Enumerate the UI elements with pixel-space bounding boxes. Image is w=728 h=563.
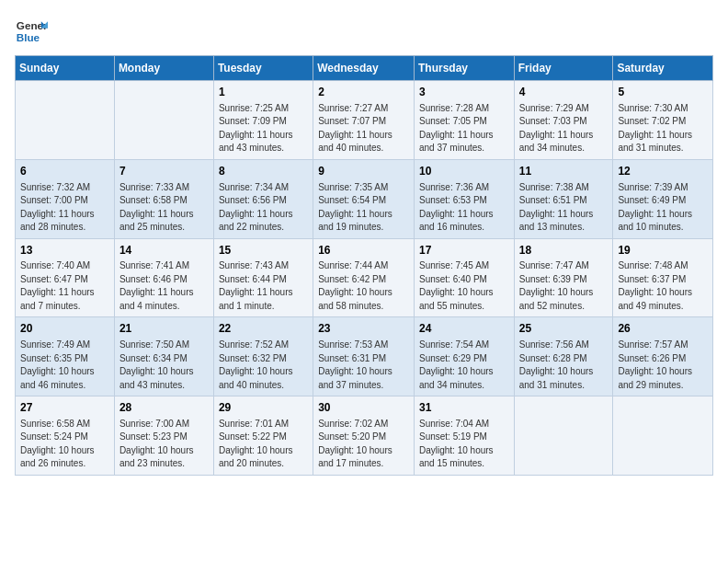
day-cell: 9Sunrise: 7:35 AM Sunset: 6:54 PM Daylig… bbox=[313, 159, 415, 238]
logo-icon: General Blue bbox=[15, 15, 48, 48]
day-info: Sunrise: 7:38 AM Sunset: 6:51 PM Dayligh… bbox=[519, 181, 609, 235]
day-info: Sunrise: 7:54 AM Sunset: 6:29 PM Dayligh… bbox=[419, 339, 509, 392]
day-cell: 2Sunrise: 7:27 AM Sunset: 7:07 PM Daylig… bbox=[313, 81, 415, 160]
day-cell: 1Sunrise: 7:25 AM Sunset: 7:09 PM Daylig… bbox=[213, 81, 313, 160]
day-info: Sunrise: 7:01 AM Sunset: 5:22 PM Dayligh… bbox=[219, 418, 308, 471]
day-cell: 18Sunrise: 7:47 AM Sunset: 6:39 PM Dayli… bbox=[514, 238, 613, 317]
day-info: Sunrise: 7:34 AM Sunset: 6:56 PM Dayligh… bbox=[219, 181, 308, 235]
day-info: Sunrise: 7:00 AM Sunset: 5:23 PM Dayligh… bbox=[119, 418, 209, 471]
day-cell: 15Sunrise: 7:43 AM Sunset: 6:44 PM Dayli… bbox=[213, 238, 313, 317]
day-cell: 6Sunrise: 7:32 AM Sunset: 7:00 PM Daylig… bbox=[16, 159, 115, 238]
day-cell: 4Sunrise: 7:29 AM Sunset: 7:03 PM Daylig… bbox=[514, 81, 613, 160]
day-number: 23 bbox=[318, 321, 409, 337]
day-info: Sunrise: 7:33 AM Sunset: 6:58 PM Dayligh… bbox=[119, 181, 209, 235]
day-info: Sunrise: 7:29 AM Sunset: 7:03 PM Dayligh… bbox=[519, 102, 609, 155]
day-info: Sunrise: 7:35 AM Sunset: 6:54 PM Dayligh… bbox=[318, 181, 409, 235]
day-cell: 17Sunrise: 7:45 AM Sunset: 6:40 PM Dayli… bbox=[414, 238, 514, 317]
day-number: 21 bbox=[119, 321, 209, 337]
day-cell: 3Sunrise: 7:28 AM Sunset: 7:05 PM Daylig… bbox=[414, 81, 514, 160]
day-cell: 26Sunrise: 7:57 AM Sunset: 6:26 PM Dayli… bbox=[613, 317, 713, 396]
day-number: 10 bbox=[419, 164, 509, 179]
day-cell: 30Sunrise: 7:02 AM Sunset: 5:20 PM Dayli… bbox=[313, 396, 415, 476]
day-cell: 12Sunrise: 7:39 AM Sunset: 6:49 PM Dayli… bbox=[613, 159, 713, 238]
svg-text:Blue: Blue bbox=[17, 31, 40, 43]
day-number: 22 bbox=[219, 321, 308, 337]
header-cell-saturday: Saturday bbox=[613, 56, 713, 81]
day-cell: 14Sunrise: 7:41 AM Sunset: 6:46 PM Dayli… bbox=[114, 238, 213, 317]
day-cell: 28Sunrise: 7:00 AM Sunset: 5:23 PM Dayli… bbox=[114, 396, 213, 476]
logo: General Blue bbox=[15, 15, 51, 48]
day-number: 14 bbox=[119, 243, 209, 259]
day-number: 31 bbox=[419, 400, 509, 416]
day-info: Sunrise: 7:48 AM Sunset: 6:37 PM Dayligh… bbox=[618, 259, 708, 313]
day-number: 9 bbox=[318, 164, 409, 179]
day-number: 29 bbox=[219, 400, 308, 416]
week-row-1: 1Sunrise: 7:25 AM Sunset: 7:09 PM Daylig… bbox=[16, 81, 713, 160]
day-number: 19 bbox=[618, 243, 708, 259]
day-number: 11 bbox=[519, 164, 609, 179]
header-cell-tuesday: Tuesday bbox=[213, 56, 313, 81]
day-info: Sunrise: 7:39 AM Sunset: 6:49 PM Dayligh… bbox=[618, 181, 708, 235]
day-number: 25 bbox=[519, 321, 609, 337]
day-number: 3 bbox=[419, 85, 509, 100]
day-cell: 21Sunrise: 7:50 AM Sunset: 6:34 PM Dayli… bbox=[114, 317, 213, 396]
week-row-4: 20Sunrise: 7:49 AM Sunset: 6:35 PM Dayli… bbox=[16, 317, 713, 396]
day-info: Sunrise: 7:40 AM Sunset: 6:47 PM Dayligh… bbox=[20, 259, 109, 313]
day-number: 7 bbox=[119, 164, 209, 179]
day-cell: 7Sunrise: 7:33 AM Sunset: 6:58 PM Daylig… bbox=[114, 159, 213, 238]
day-cell: 8Sunrise: 7:34 AM Sunset: 6:56 PM Daylig… bbox=[213, 159, 313, 238]
day-cell: 19Sunrise: 7:48 AM Sunset: 6:37 PM Dayli… bbox=[613, 238, 713, 317]
week-row-5: 27Sunrise: 6:58 AM Sunset: 5:24 PM Dayli… bbox=[16, 396, 713, 476]
calendar-table: SundayMondayTuesdayWednesdayThursdayFrid… bbox=[15, 55, 713, 476]
day-number: 2 bbox=[318, 85, 409, 100]
day-cell: 31Sunrise: 7:04 AM Sunset: 5:19 PM Dayli… bbox=[414, 396, 514, 476]
header-cell-thursday: Thursday bbox=[414, 56, 514, 81]
day-info: Sunrise: 7:56 AM Sunset: 6:28 PM Dayligh… bbox=[519, 339, 609, 392]
day-info: Sunrise: 7:28 AM Sunset: 7:05 PM Dayligh… bbox=[419, 102, 509, 155]
day-cell: 24Sunrise: 7:54 AM Sunset: 6:29 PM Dayli… bbox=[414, 317, 514, 396]
day-cell: 10Sunrise: 7:36 AM Sunset: 6:53 PM Dayli… bbox=[414, 159, 514, 238]
day-number: 27 bbox=[20, 400, 109, 416]
day-cell: 13Sunrise: 7:40 AM Sunset: 6:47 PM Dayli… bbox=[16, 238, 115, 317]
day-info: Sunrise: 7:43 AM Sunset: 6:44 PM Dayligh… bbox=[219, 259, 308, 313]
day-info: Sunrise: 7:53 AM Sunset: 6:31 PM Dayligh… bbox=[318, 339, 409, 392]
day-cell: 11Sunrise: 7:38 AM Sunset: 6:51 PM Dayli… bbox=[514, 159, 613, 238]
header-row: SundayMondayTuesdayWednesdayThursdayFrid… bbox=[16, 56, 713, 81]
day-number: 6 bbox=[20, 164, 109, 179]
day-cell bbox=[514, 396, 613, 476]
day-info: Sunrise: 7:02 AM Sunset: 5:20 PM Dayligh… bbox=[318, 418, 409, 471]
day-info: Sunrise: 7:41 AM Sunset: 6:46 PM Dayligh… bbox=[119, 259, 209, 313]
day-info: Sunrise: 7:27 AM Sunset: 7:07 PM Dayligh… bbox=[318, 102, 409, 155]
header-cell-wednesday: Wednesday bbox=[313, 56, 415, 81]
day-info: Sunrise: 7:36 AM Sunset: 6:53 PM Dayligh… bbox=[419, 181, 509, 235]
day-number: 1 bbox=[219, 85, 308, 100]
day-info: Sunrise: 7:52 AM Sunset: 6:32 PM Dayligh… bbox=[219, 339, 308, 392]
day-cell: 5Sunrise: 7:30 AM Sunset: 7:02 PM Daylig… bbox=[613, 81, 713, 160]
day-cell: 16Sunrise: 7:44 AM Sunset: 6:42 PM Dayli… bbox=[313, 238, 415, 317]
day-number: 13 bbox=[20, 243, 109, 259]
day-info: Sunrise: 7:47 AM Sunset: 6:39 PM Dayligh… bbox=[519, 259, 609, 313]
day-number: 20 bbox=[20, 321, 109, 337]
header-cell-sunday: Sunday bbox=[16, 56, 115, 81]
day-number: 26 bbox=[618, 321, 708, 337]
day-number: 28 bbox=[119, 400, 209, 416]
day-info: Sunrise: 7:25 AM Sunset: 7:09 PM Dayligh… bbox=[219, 102, 308, 155]
day-info: Sunrise: 6:58 AM Sunset: 5:24 PM Dayligh… bbox=[20, 418, 109, 471]
day-cell: 22Sunrise: 7:52 AM Sunset: 6:32 PM Dayli… bbox=[213, 317, 313, 396]
day-info: Sunrise: 7:44 AM Sunset: 6:42 PM Dayligh… bbox=[318, 259, 409, 313]
day-info: Sunrise: 7:30 AM Sunset: 7:02 PM Dayligh… bbox=[618, 102, 708, 155]
day-number: 16 bbox=[318, 243, 409, 259]
day-number: 17 bbox=[419, 243, 509, 259]
page-header: General Blue bbox=[15, 15, 713, 48]
day-info: Sunrise: 7:32 AM Sunset: 7:00 PM Dayligh… bbox=[20, 181, 109, 235]
day-cell bbox=[114, 81, 213, 160]
day-info: Sunrise: 7:57 AM Sunset: 6:26 PM Dayligh… bbox=[618, 339, 708, 392]
day-cell: 25Sunrise: 7:56 AM Sunset: 6:28 PM Dayli… bbox=[514, 317, 613, 396]
day-number: 18 bbox=[519, 243, 609, 259]
header-cell-friday: Friday bbox=[514, 56, 613, 81]
day-info: Sunrise: 7:50 AM Sunset: 6:34 PM Dayligh… bbox=[119, 339, 209, 392]
header-cell-monday: Monday bbox=[114, 56, 213, 81]
day-number: 4 bbox=[519, 85, 609, 100]
day-cell: 27Sunrise: 6:58 AM Sunset: 5:24 PM Dayli… bbox=[16, 396, 115, 476]
day-cell: 23Sunrise: 7:53 AM Sunset: 6:31 PM Dayli… bbox=[313, 317, 415, 396]
